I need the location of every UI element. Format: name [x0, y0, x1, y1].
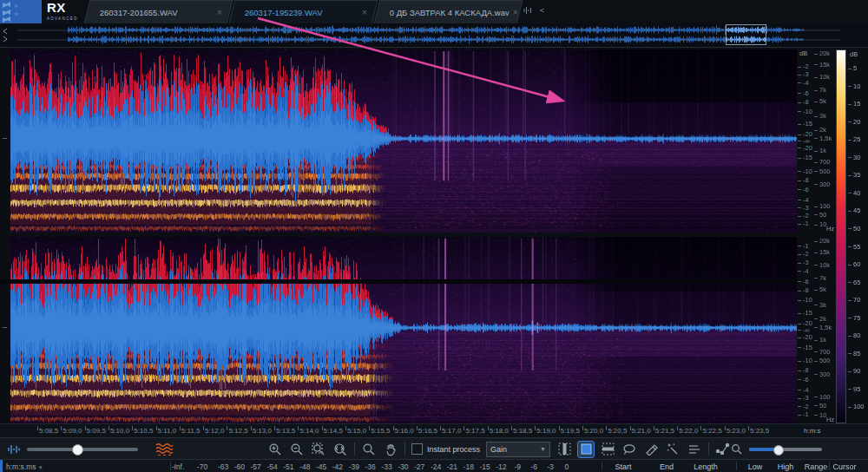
draw-lines-tool[interactable] [687, 442, 702, 457]
grab-hand-tool-button[interactable] [383, 442, 398, 457]
ruler-tick [61, 426, 62, 430]
scale-tick: -15 [798, 309, 812, 317]
scale-tick: -10 [798, 108, 812, 115]
ruler-tick-label: 5:18,5 [513, 427, 532, 435]
ruler-tick [180, 426, 181, 430]
colorbar-tick: 100 [848, 403, 865, 410]
scale-tick: -8 [798, 286, 809, 294]
instant-process-checkbox[interactable] [411, 443, 423, 455]
tab-bar: RX ADVANCED 260317-201655.WAV×260317-195… [0, 0, 868, 24]
colorbar-tick: 65 [848, 279, 860, 286]
lasso-selection-tool[interactable] [621, 442, 637, 457]
ruler-tick [298, 426, 299, 430]
ruler-tick [748, 426, 749, 430]
statusbar-separator [829, 462, 830, 470]
amplitude-scale-right: -1-2-3-4-6-8-10-15-20-∞-20-15-10-8-6-4-3… [798, 237, 813, 423]
zoom-out-button[interactable] [289, 442, 305, 457]
zoom-fit-button[interactable] [332, 442, 348, 457]
zoom-in-button[interactable] [267, 442, 283, 457]
meter-tick-label: -54 [266, 462, 277, 471]
tab-close-icon[interactable]: × [358, 8, 367, 17]
tab-label: 260317-201655.WAV [100, 8, 214, 17]
blend-slider-knob[interactable] [72, 444, 83, 456]
meter-tick-label: 0 [564, 462, 569, 471]
left-center-mark [3, 138, 7, 139]
scale-tick: 15k [814, 248, 830, 256]
ruler-tick-label: 5:10,0 [110, 427, 129, 435]
overview-waveform-canvas[interactable] [0, 23, 868, 46]
zoom-to-selection-button[interactable] [311, 442, 326, 457]
scale-tick: 100 [814, 393, 831, 401]
status-field-cursor: Cursor [832, 462, 856, 471]
magnify-tool-button[interactable] [361, 442, 377, 457]
colorbar-tick: 10 [848, 82, 860, 90]
colorbar-tick: 5 [848, 64, 857, 72]
tab-overflow-controls: < [523, 5, 544, 16]
statusbar-separator [170, 462, 171, 470]
ruler-tick-label: 5:16,5 [418, 427, 437, 435]
tab-3[interactable]: 0 ДБ ЗАВТРАК 4 КАСКАДА.wav× [374, 0, 523, 23]
scale-tick: 1,5k [814, 324, 832, 331]
scale-tick: 2k [814, 315, 826, 323]
statusbar-separator [736, 462, 737, 470]
scale-unit-label: dB [799, 49, 807, 57]
scale-tick: 5k [814, 97, 826, 105]
colorbar-tick: 60 [848, 260, 860, 268]
scale-unit-label: Hz [826, 225, 834, 233]
frequency-selection-tool[interactable] [600, 442, 615, 457]
scale-tick: 20k [814, 49, 830, 57]
colorbar-tick: 30 [848, 154, 860, 161]
overview-collapse-icon[interactable] [1, 26, 10, 43]
scale-tick: -4 [798, 196, 809, 204]
scale-tick: 1k [814, 336, 826, 344]
colorbar-tick: 45 [848, 206, 860, 214]
meter-tick-label: -33 [381, 462, 391, 471]
magic-wand-tool[interactable] [665, 442, 681, 457]
colorbar-tick: 15 [848, 100, 860, 108]
brush-selection-tool[interactable] [643, 442, 659, 457]
tab-close-icon[interactable]: × [510, 8, 518, 17]
scale-tick: 3k [814, 301, 826, 309]
time-frequency-selection-tool[interactable] [578, 442, 594, 457]
tab-2[interactable]: 260317-195239.WAV× [229, 0, 378, 23]
tab-1[interactable]: 260317-201655.WAV× [84, 0, 233, 23]
frequency-scale-right: 20k15k10k7k5k3k2k1,5k1k7005003001005010H… [814, 237, 835, 423]
scale-tick: -2 [798, 62, 809, 70]
scale-tick: -20 [798, 333, 812, 341]
tab-scroll-left-icon[interactable]: < [540, 6, 544, 15]
waveform-overview-strip[interactable] [0, 23, 868, 48]
statusbar-accent [0, 460, 3, 472]
waveform-mini-icon[interactable] [523, 5, 535, 16]
spectrogram-waveform-blend-slider[interactable] [27, 448, 138, 451]
zoom-slider-knob[interactable] [773, 445, 784, 456]
ruler-tick [345, 426, 346, 430]
ruler-tick [274, 426, 275, 430]
ruler-tick [108, 426, 109, 430]
amplitude-scale-left: dB-2-3-4-6-8-10-15-20-∞-20-15-10-8-6-4-3… [798, 49, 813, 233]
spectrogram-channel-right[interactable] [10, 237, 797, 423]
izotope-logo-icon [0, 0, 42, 23]
scale-tick: -10 [798, 357, 812, 364]
ruler-tick [440, 426, 441, 430]
channel-divider[interactable] [0, 279, 799, 284]
ruler-tick [156, 426, 157, 430]
time-format-selector[interactable]: h:m:s.ms ▼ [6, 462, 43, 471]
ruler-tick [582, 426, 583, 430]
colorbar-tick: 90 [848, 367, 860, 375]
ruler-tick [369, 426, 370, 430]
horizontal-zoom-slider[interactable] [749, 448, 822, 451]
ruler-tick [85, 426, 86, 430]
ruler-tick [559, 426, 560, 430]
tab-label: 260317-195239.WAV [245, 8, 358, 17]
process-module-select[interactable]: Gain ▼ [486, 442, 550, 457]
scale-tick: 15k [814, 61, 830, 69]
spectrogram-channel-left[interactable] [10, 49, 797, 233]
signal-nodes-tool[interactable] [715, 442, 731, 457]
tab-close-icon[interactable]: × [214, 8, 222, 17]
spectrogram-colorbar[interactable] [836, 49, 846, 423]
scale-unit-label: Hz [826, 416, 834, 423]
time-selection-tool[interactable] [556, 442, 572, 457]
ruler-tick [488, 426, 489, 430]
ruler-tick [464, 426, 464, 430]
instant-process-label[interactable]: Instant process [427, 445, 480, 454]
